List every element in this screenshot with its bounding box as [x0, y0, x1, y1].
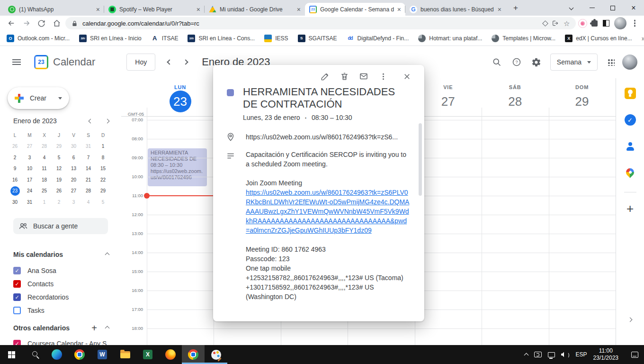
collapse-icon[interactable] [105, 326, 110, 330]
minical-day[interactable]: 14 [84, 164, 93, 173]
minical-day[interactable]: 21 [84, 175, 93, 184]
bookmarks-overflow-icon[interactable] [642, 34, 644, 42]
minimize-button[interactable] [581, 0, 602, 16]
hidden-icons-chevron[interactable] [524, 353, 528, 358]
minical-day[interactable]: 26 [10, 142, 20, 151]
new-tab-button[interactable] [510, 2, 522, 14]
calendar-list-item[interactable]: Tasks [13, 304, 117, 317]
word-taskbar-button[interactable] [91, 345, 114, 364]
my-calendars-header[interactable]: Mis calendarios [13, 250, 109, 259]
day-header-sáb[interactable]: SÁB28 [482, 84, 548, 112]
contacts-button[interactable] [622, 138, 639, 155]
minical-day[interactable]: 16 [10, 175, 20, 184]
minical-day[interactable]: 10 [25, 164, 35, 173]
bookmark-item[interactable]: Templates | Microw... [492, 35, 555, 42]
chrome-calendar-taskbar-button[interactable] [182, 345, 205, 364]
bookmark-star-icon[interactable] [564, 20, 570, 27]
calendar-checkbox[interactable]: ✓ [13, 267, 21, 274]
browser-tab[interactable]: (1) WhatsApp× [4, 3, 104, 16]
minical-day[interactable]: 24 [25, 186, 35, 196]
tasks-button[interactable] [622, 111, 639, 128]
day-header-dom[interactable]: DOM29 [549, 84, 616, 112]
start-taskbar-button[interactable] [0, 345, 23, 364]
day-number[interactable]: 28 [504, 91, 526, 112]
bookmark-item[interactable]: Hotmart: una plataf... [418, 35, 482, 42]
bookmark-item[interactable]: Outlook.com - Micr... [7, 35, 70, 42]
tab-close-icon[interactable]: × [96, 6, 100, 13]
other-calendars-header[interactable]: Otros calendarios [13, 323, 109, 333]
help-button[interactable]: ? [507, 52, 527, 72]
bookmark-item[interactable]: SRI en Línea - Inicio [79, 35, 142, 42]
minical-day[interactable]: 11 [40, 164, 49, 173]
mini-calendar-next-button[interactable] [105, 118, 110, 123]
day-header-lun[interactable]: LUN23 [147, 84, 214, 112]
minical-day[interactable]: 18 [40, 175, 49, 184]
weather-extension-icon[interactable] [578, 19, 587, 28]
minical-day[interactable]: 20 [69, 175, 79, 184]
mini-calendar-prev-button[interactable] [89, 118, 93, 123]
sync-display-icon[interactable] [534, 352, 542, 357]
settings-button[interactable] [527, 52, 546, 72]
minical-day[interactable]: 28 [84, 186, 93, 196]
collapse-icon[interactable] [105, 252, 110, 257]
minical-day[interactable]: 31 [25, 197, 35, 207]
get-add-ons-button[interactable] [622, 200, 639, 217]
today-button[interactable]: Hoy [126, 54, 155, 71]
close-popup-button[interactable] [402, 71, 412, 82]
minical-day[interactable]: 28 [40, 142, 49, 151]
account-avatar[interactable] [622, 55, 637, 70]
network-icon[interactable] [548, 352, 555, 357]
create-button[interactable]: Crear [8, 87, 69, 109]
calendar-list-item[interactable]: ✓Recordatorios [13, 291, 117, 304]
bookmark-item[interactable]: ITSAE [151, 35, 179, 42]
tab-close-icon[interactable]: × [498, 6, 501, 13]
calendar-list-item[interactable]: ✓Ana Sosa [13, 264, 117, 277]
minical-day[interactable]: 2 [10, 153, 20, 162]
minical-day[interactable]: 1 [40, 197, 49, 207]
next-week-button[interactable] [183, 59, 188, 64]
popup-location-text[interactable]: https://us02web.zoom.us/w/86017624963?tk… [246, 132, 398, 141]
minical-day[interactable]: 12 [54, 164, 64, 173]
firefox-taskbar-button[interactable] [159, 345, 182, 364]
calendar-list-item[interactable]: ✓Coursera Calendar - Any S [13, 337, 117, 345]
zoom-meeting-link[interactable]: https://us02web.zoom.us/w/86017624963?tk… [246, 188, 411, 235]
minical-day[interactable]: 23 [10, 186, 20, 196]
search-button[interactable] [487, 52, 507, 72]
browser-menu-icon[interactable] [634, 22, 636, 24]
keep-button[interactable] [622, 85, 639, 102]
tab-close-icon[interactable]: × [297, 6, 301, 13]
minical-day[interactable]: 5 [54, 153, 64, 162]
excel-taskbar-button[interactable] [136, 345, 159, 364]
delete-event-button[interactable] [339, 71, 349, 82]
minical-day[interactable]: 30 [10, 197, 20, 207]
bookmark-item[interactable]: SGAITSAE [298, 35, 337, 42]
minical-day[interactable]: 27 [69, 186, 79, 196]
minical-day[interactable]: 9 [10, 164, 20, 173]
calendar-checkbox[interactable]: ✓ [13, 293, 21, 301]
minical-day[interactable]: 26 [54, 186, 64, 196]
add-calendar-icon[interactable] [91, 323, 97, 333]
minical-day[interactable]: 8 [98, 153, 108, 162]
prev-week-button[interactable] [167, 59, 172, 64]
minical-day[interactable]: 3 [25, 153, 35, 162]
minical-day[interactable]: 15 [98, 164, 108, 173]
edge-taskbar-button[interactable] [45, 345, 68, 364]
more-options-button[interactable] [378, 71, 388, 82]
minical-day[interactable]: 4 [40, 153, 49, 162]
minical-day[interactable]: 7 [84, 153, 93, 162]
bookmark-item[interactable]: DigitalDefynd - Fin... [347, 35, 409, 42]
calendar-event-block[interactable]: HERRAMIENTA NECESIDADES DE 08:30 – 10:30… [148, 148, 207, 186]
browser-tab[interactable]: Spotify – Web Player× [104, 3, 205, 16]
minical-day[interactable]: 22 [98, 175, 108, 184]
maximize-button[interactable] [602, 0, 623, 16]
taskbar-clock[interactable]: 11:00 23/1/2023 [593, 347, 618, 362]
edit-event-button[interactable] [320, 71, 330, 82]
day-header-vie[interactable]: VIE27 [415, 84, 482, 112]
minical-day[interactable]: 31 [84, 142, 93, 151]
tab-close-icon[interactable]: × [197, 6, 200, 13]
minical-day[interactable]: 25 [40, 186, 49, 196]
bookmark-item[interactable]: edX | Cursos en líne... [565, 35, 632, 42]
minical-day[interactable]: 27 [25, 142, 35, 151]
popup-scrollbar[interactable] [419, 123, 422, 196]
browser-tab[interactable]: Mi unidad - Google Drive× [205, 3, 305, 16]
